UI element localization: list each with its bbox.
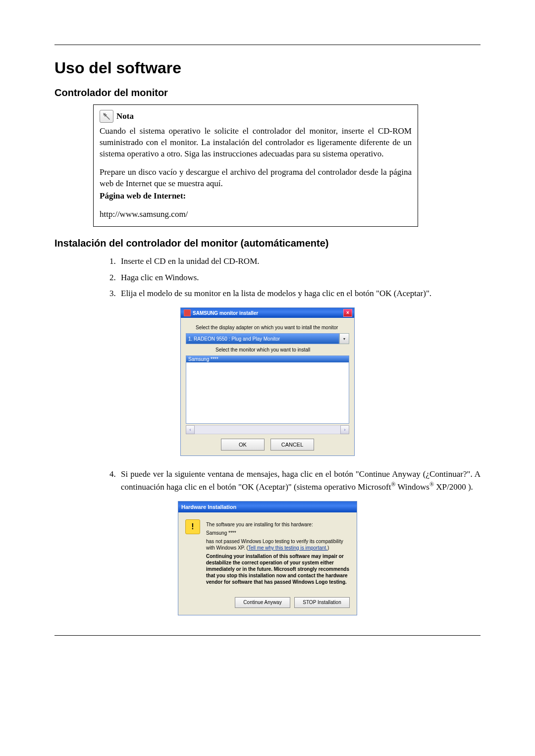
hw-line-2b: ) — [327, 545, 329, 551]
top-rule — [54, 45, 481, 45]
hardware-installation-dialog: Hardware Installation ! The software you… — [178, 501, 357, 615]
registered-symbol: ® — [429, 481, 434, 488]
close-icon[interactable]: × — [343, 309, 352, 317]
document-page: Uso del software Controlador del monitor… — [0, 0, 535, 665]
cancel-button[interactable]: CANCEL — [270, 439, 314, 451]
hw-device: Samsung **** — [206, 530, 350, 536]
step-4-text-c: XP/2000 ). — [434, 482, 473, 492]
note-heading: Nota — [100, 110, 412, 123]
installer-titlebar[interactable]: SAMSUNG monitor installer × — [181, 308, 354, 318]
hw-title: Hardware Installation — [181, 504, 236, 510]
note-url: http://www.samsung.com/ — [100, 209, 412, 220]
installer-prompt-monitor: Select the monitor which you want to ins… — [215, 347, 349, 353]
scroll-right-icon[interactable]: › — [340, 425, 349, 434]
installer-button-row: OK CANCEL — [186, 439, 349, 451]
note-box: Nota Cuando el sistema operativo le soli… — [93, 104, 418, 227]
adapter-select[interactable]: 1. RADEON 9550 : Plug and Play Monitor ▾ — [186, 333, 349, 344]
hw-line-2: has not passed Windows Logo testing to v… — [206, 538, 350, 551]
stop-installation-button[interactable]: STOP Installation — [294, 597, 350, 608]
step-4-text-b: Windows — [395, 482, 429, 492]
installer-prompt-adapter: Select the display adapter on which you … — [196, 325, 349, 330]
hw-why-link[interactable]: Tell me why this testing is important. — [248, 545, 327, 551]
warning-icon: ! — [185, 519, 200, 534]
monitor-listbox[interactable]: Samsung **** — [186, 355, 349, 424]
hw-text: The software you are installing for this… — [206, 519, 350, 587]
hw-titlebar[interactable]: Hardware Installation — [178, 502, 357, 512]
note-paragraph-2: Prepare un disco vacío y descargue el ar… — [100, 167, 412, 190]
ok-button[interactable]: OK — [221, 439, 265, 451]
note-label: Nota — [116, 111, 134, 122]
horizontal-scrollbar[interactable]: ‹ › — [186, 426, 349, 434]
steps-list: Inserte el CD en la unidad del CD-ROM. H… — [54, 256, 481, 300]
step-4: Si puede ver la siguiente ventana de men… — [118, 469, 481, 493]
step-2: Haga clic en Windows. — [118, 272, 481, 284]
hw-footer: Continue Anyway STOP Installation — [178, 593, 357, 615]
section-heading-controlador: Controlador del monitor — [54, 87, 481, 99]
scroll-left-icon[interactable]: ‹ — [186, 425, 195, 434]
monitor-list-item[interactable]: Samsung **** — [186, 356, 349, 362]
step-1: Inserte el CD en la unidad del CD-ROM. — [118, 256, 481, 267]
installer-title: SAMSUNG monitor installer — [193, 310, 258, 316]
page-title: Uso del software — [54, 59, 481, 77]
note-web-label: Página web de Internet: — [100, 191, 412, 202]
step-3: Elija el modelo de su monitor en la list… — [118, 288, 481, 300]
scroll-track[interactable] — [195, 425, 340, 434]
note-icon — [100, 110, 113, 123]
hw-line-1: The software you are installing for this… — [206, 521, 350, 528]
bottom-rule — [54, 635, 481, 636]
steps-list-continued: Si puede ver la siguiente ventana de men… — [54, 469, 481, 493]
section-heading-instalacion: Instalación del controlador del monitor … — [54, 238, 481, 249]
adapter-select-value: 1. RADEON 9550 : Plug and Play Monitor — [186, 333, 339, 344]
note-paragraph-1: Cuando el sistema operativo le solicite … — [100, 126, 412, 160]
chevron-down-icon[interactable]: ▾ — [339, 333, 349, 344]
continue-anyway-button[interactable]: Continue Anyway — [235, 597, 290, 608]
app-icon — [184, 309, 191, 316]
hw-bold-warning: Continuing your installation of this sof… — [206, 553, 350, 585]
installer-dialog: SAMSUNG monitor installer × Select the d… — [180, 307, 355, 456]
installer-body: Select the display adapter on which you … — [181, 318, 354, 455]
hw-body: ! The software you are installing for th… — [178, 512, 357, 593]
